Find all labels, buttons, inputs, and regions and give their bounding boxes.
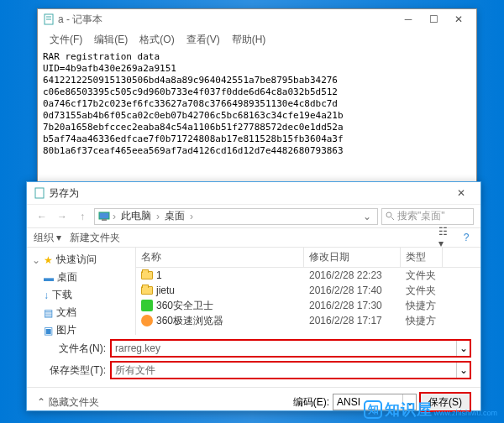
up-button[interactable]: ↑ xyxy=(74,208,91,225)
watermark: 知 知识屋 www.zhishiwu.com xyxy=(364,400,497,420)
col-type[interactable]: 类型 xyxy=(401,248,443,267)
sidebar-item-documents[interactable]: ▤文档 xyxy=(30,304,132,321)
saveas-title: 另存为 xyxy=(49,186,79,201)
chevron-up-icon: ⌃ xyxy=(37,396,45,408)
encoding-label: 编码(E): xyxy=(293,395,329,410)
close-button[interactable]: ✕ xyxy=(446,10,471,29)
search-placeholder: 搜索"桌面" xyxy=(397,209,445,223)
app-icon xyxy=(141,300,153,311)
minimize-button[interactable]: ─ xyxy=(396,10,421,29)
help-button[interactable]: ? xyxy=(459,231,474,244)
maximize-button[interactable]: ☐ xyxy=(421,10,446,29)
sep-icon: › xyxy=(110,211,118,222)
notepad-title: a - 记事本 xyxy=(58,13,102,27)
file-list: 名称 修改日期 类型 12016/2/28 22:23文件夹 jietu2016… xyxy=(136,248,480,335)
svg-rect-3 xyxy=(35,188,44,198)
chevron-down-icon[interactable]: ⌄ xyxy=(456,363,470,378)
column-headers: 名称 修改日期 类型 xyxy=(136,248,480,268)
download-icon: ↓ xyxy=(44,290,49,301)
notepad-icon xyxy=(43,13,55,25)
sep-icon: › xyxy=(187,211,196,222)
sidebar-item-pictures[interactable]: ▣图片 xyxy=(30,321,132,339)
picture-icon: ▣ xyxy=(44,325,53,337)
search-box[interactable]: 搜索"桌面" xyxy=(381,208,474,225)
saveas-close-button[interactable]: ✕ xyxy=(449,184,474,202)
menu-view[interactable]: 查看(V) xyxy=(181,31,225,46)
back-button[interactable]: ← xyxy=(34,208,50,225)
pc-icon xyxy=(98,212,110,222)
col-name[interactable]: 名称 xyxy=(136,248,304,267)
bc-pc[interactable]: 此电脑 xyxy=(118,209,154,223)
file-row[interactable]: jietu2016/2/28 17:40文件夹 xyxy=(136,283,480,298)
notepad-titlebar: a - 记事本 ─ ☐ ✕ xyxy=(38,9,476,29)
view-button[interactable]: ☷ ▾ xyxy=(438,231,454,244)
sidebar-quick-access[interactable]: ⌄ ★ 快速访问 xyxy=(30,251,132,269)
watermark-text: 知识屋 xyxy=(385,400,433,420)
filename-input[interactable]: rarreg.key⌄ xyxy=(111,340,470,357)
svg-line-7 xyxy=(391,217,394,220)
sidebar-header: 快速访问 xyxy=(56,253,97,267)
bc-dropdown[interactable]: ⌄ xyxy=(360,211,374,222)
chevron-down-icon: ⌄ xyxy=(32,254,40,266)
saveas-dialog: 另存为 ✕ ← → ↑ › 此电脑 › 桌面 › ⌄ 搜索"桌面" 组织 ▾ 新… xyxy=(26,181,481,411)
menu-format[interactable]: 格式(O) xyxy=(134,31,179,46)
filetype-label: 保存类型(T): xyxy=(37,363,111,378)
menu-file[interactable]: 文件(F) xyxy=(45,31,87,46)
watermark-url: www.zhishiwu.com xyxy=(433,409,497,417)
saveas-titlebar: 另存为 ✕ xyxy=(27,182,480,204)
file-row[interactable]: 12016/2/28 22:23文件夹 xyxy=(136,268,480,283)
breadcrumb[interactable]: › 此电脑 › 桌面 › ⌄ xyxy=(94,208,378,225)
notepad-content[interactable]: RAR registration data UID=4b9afb430e269a… xyxy=(38,48,476,160)
sidebar: ⌄ ★ 快速访问 ▬桌面 ↓下载 ▤文档 ▣图片 xyxy=(27,248,136,335)
forward-button[interactable]: → xyxy=(54,208,71,225)
toolbar: 组织 ▾ 新建文件夹 ☷ ▾ ? xyxy=(27,227,480,248)
bc-desktop[interactable]: 桌面 xyxy=(162,209,187,223)
svg-rect-4 xyxy=(99,212,109,219)
file-row[interactable]: 360极速浏览器2016/2/28 17:17快捷方 xyxy=(136,313,480,328)
folder-icon xyxy=(141,271,153,279)
form-area: 文件名(N): rarreg.key⌄ 保存类型(T): 所有文件⌄ xyxy=(27,335,480,387)
search-icon xyxy=(386,212,395,221)
file-row[interactable]: 360安全卫士2016/2/28 17:30快捷方 xyxy=(136,298,480,313)
hide-folders-button[interactable]: ⌃隐藏文件夹 xyxy=(37,395,99,410)
menu-edit[interactable]: 编辑(E) xyxy=(89,31,133,46)
chevron-down-icon[interactable]: ⌄ xyxy=(456,341,470,356)
menu-help[interactable]: 帮助(H) xyxy=(227,31,271,46)
notepad-menubar: 文件(F) 编辑(E) 格式(O) 查看(V) 帮助(H) xyxy=(38,29,476,48)
filetype-select[interactable]: 所有文件⌄ xyxy=(111,362,470,379)
document-icon: ▤ xyxy=(44,307,53,319)
svg-point-6 xyxy=(386,212,391,217)
svg-rect-5 xyxy=(102,219,107,221)
desktop-icon: ▬ xyxy=(44,272,54,284)
sidebar-item-downloads[interactable]: ↓下载 xyxy=(30,286,132,304)
saveas-icon xyxy=(34,187,45,199)
app-icon xyxy=(141,315,153,326)
newfolder-button[interactable]: 新建文件夹 xyxy=(70,231,120,245)
folder-icon xyxy=(141,286,153,295)
organize-button[interactable]: 组织 ▾ xyxy=(34,231,61,245)
nav-bar: ← → ↑ › 此电脑 › 桌面 › ⌄ 搜索"桌面" xyxy=(27,204,480,227)
col-date[interactable]: 修改日期 xyxy=(304,248,401,267)
sep-icon: › xyxy=(154,211,162,222)
watermark-logo: 知 xyxy=(364,400,382,419)
sidebar-item-desktop[interactable]: ▬桌面 xyxy=(30,269,132,286)
star-icon: ★ xyxy=(44,254,53,266)
notepad-window: a - 记事本 ─ ☐ ✕ 文件(F) 编辑(E) 格式(O) 查看(V) 帮助… xyxy=(37,8,477,201)
filename-label: 文件名(N): xyxy=(37,342,111,356)
